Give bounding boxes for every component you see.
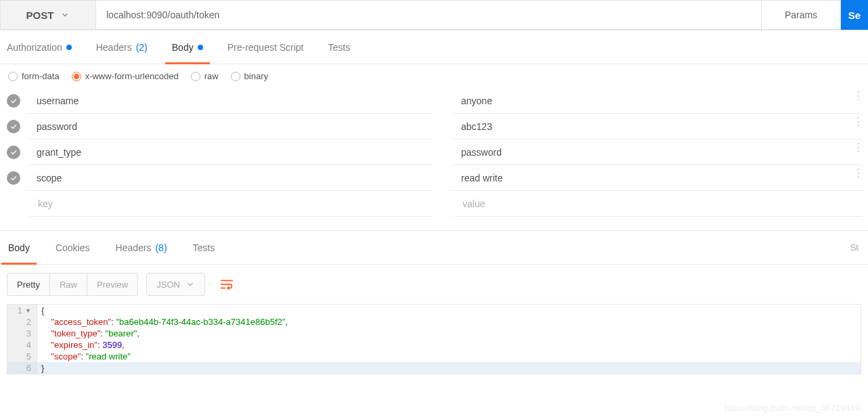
send-button[interactable]: Se	[841, 0, 868, 30]
form-row: password abc123⋮	[5, 114, 863, 139]
form-params: username anyone⋮ password abc123⋮ grant_…	[0, 88, 868, 225]
form-row: grant_type password⋮	[5, 139, 863, 165]
form-row: scope read write⋮	[5, 165, 863, 191]
check-icon	[9, 174, 18, 182]
row-menu-icon[interactable]: ⋮	[853, 146, 864, 149]
radio-icon	[8, 72, 18, 81]
headers-count: (8)	[155, 242, 167, 253]
chevron-down-icon	[60, 10, 70, 20]
tab-label: Body	[8, 242, 30, 253]
value-input[interactable]: password⋮	[453, 140, 863, 165]
radio-label: form-data	[22, 71, 60, 81]
value-input[interactable]: value	[454, 192, 863, 217]
check-icon	[9, 148, 18, 156]
url-input[interactable]: localhost:9090/oauth/token	[96, 0, 762, 30]
tab-label: Body	[172, 42, 194, 53]
tab-label: Headers	[116, 242, 152, 253]
resp-tab-cookies[interactable]: Cookies	[54, 231, 91, 264]
radio-label: x-www-form-urlencoded	[85, 71, 179, 81]
radio-label: raw	[204, 71, 219, 81]
key-input[interactable]: grant_type	[28, 140, 431, 165]
response-toolbar: Pretty Raw Preview JSON	[0, 265, 868, 304]
value-input[interactable]: read write⋮	[453, 166, 863, 191]
radio-binary[interactable]: binary	[231, 71, 268, 81]
http-method-dropdown[interactable]: POST	[0, 0, 96, 30]
request-bar: POST localhost:9090/oauth/token Params S…	[0, 0, 868, 30]
body-type-selector: form-data x-www-form-urlencoded raw bina…	[0, 64, 868, 88]
tab-authorization[interactable]: Authorization	[5, 30, 73, 64]
key-input[interactable]: username	[28, 89, 431, 114]
radio-form-data[interactable]: form-data	[8, 71, 60, 81]
fold-icon[interactable]: ▼	[25, 307, 31, 314]
chevron-down-icon	[186, 280, 195, 289]
resp-tab-body[interactable]: Body	[7, 231, 31, 264]
radio-icon	[72, 72, 81, 81]
form-row: username anyone⋮	[5, 88, 863, 114]
key-input[interactable]: key	[30, 192, 433, 217]
tab-headers[interactable]: Headers (2)	[95, 30, 149, 64]
row-checkbox[interactable]	[7, 94, 20, 108]
tab-label: Cookies	[56, 242, 90, 253]
tab-tests[interactable]: Tests	[327, 30, 352, 64]
json-value: "read write"	[86, 351, 131, 361]
row-menu-icon[interactable]: ⋮	[853, 171, 864, 175]
wrap-icon	[219, 277, 234, 292]
row-checkbox[interactable]	[7, 171, 20, 185]
json-value: 3599	[102, 340, 122, 350]
json-value: "ba6eb44b-74f3-44ac-b334-a7341e86b5f2"	[116, 317, 285, 327]
radio-label: binary	[244, 71, 268, 81]
watermark: https://blog.csdn.net/qq_36719449	[725, 403, 861, 413]
indicator-dot-icon	[198, 45, 203, 50]
radio-urlencoded[interactable]: x-www-form-urlencoded	[72, 71, 179, 81]
response-tabs: Body Cookies Headers(8) Tests St	[0, 231, 868, 265]
radio-icon	[191, 72, 200, 81]
view-pretty-button[interactable]: Pretty	[7, 273, 50, 295]
headers-count: (2)	[136, 42, 148, 53]
tab-label: Tests	[328, 42, 351, 53]
row-checkbox[interactable]	[7, 120, 20, 133]
language-label: JSON	[156, 280, 180, 290]
tab-label: Tests	[193, 242, 215, 253]
row-menu-icon[interactable]: ⋮	[853, 120, 864, 123]
tab-prerequest[interactable]: Pre-request Script	[226, 30, 305, 64]
value-input[interactable]: abc123⋮	[453, 114, 863, 139]
key-input[interactable]: password	[28, 114, 431, 139]
json-value: "bearer"	[106, 328, 137, 338]
response-body-editor[interactable]: 1▼{ 2 "access_token": "ba6eb44b-74f3-44a…	[7, 304, 861, 374]
resp-tab-tests[interactable]: Tests	[192, 231, 217, 264]
key-input[interactable]: scope	[28, 166, 431, 191]
tab-label: Headers	[96, 42, 132, 53]
params-button[interactable]: Params	[762, 0, 841, 30]
resp-tab-headers[interactable]: Headers(8)	[114, 231, 169, 264]
check-icon	[9, 123, 18, 131]
form-row-empty: key value	[5, 191, 863, 217]
language-dropdown[interactable]: JSON	[146, 273, 205, 296]
tab-label: Authorization	[7, 42, 62, 53]
view-mode-group: Pretty Raw Preview	[7, 273, 138, 296]
view-raw-button[interactable]: Raw	[50, 273, 87, 295]
request-tabs: Authorization Headers (2) Body Pre-reque…	[0, 30, 868, 64]
status-label: St	[850, 242, 861, 253]
row-checkbox[interactable]	[7, 146, 20, 159]
indicator-dot-icon	[66, 45, 72, 50]
http-method-label: POST	[26, 9, 54, 21]
wrap-lines-button[interactable]	[213, 273, 240, 296]
check-icon	[9, 97, 18, 105]
value-input[interactable]: anyone⋮	[453, 89, 863, 114]
row-menu-icon[interactable]: ⋮	[853, 94, 864, 97]
view-preview-button[interactable]: Preview	[87, 273, 137, 295]
radio-raw[interactable]: raw	[191, 71, 219, 81]
radio-icon	[231, 72, 240, 81]
tab-label: Pre-request Script	[227, 42, 304, 53]
tab-body[interactable]: Body	[171, 30, 204, 64]
